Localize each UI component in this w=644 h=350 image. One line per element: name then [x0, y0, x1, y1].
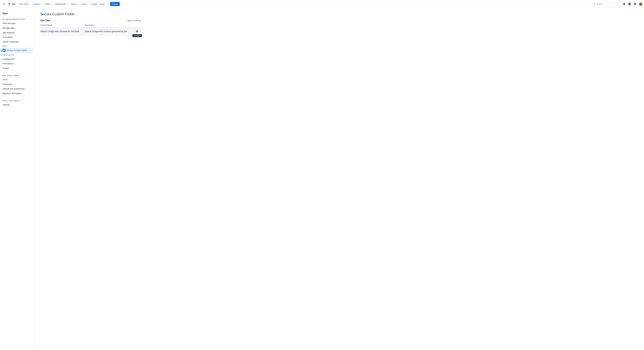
sidebar-item-promotions[interactable]: Promotions	[2, 35, 33, 39]
sidebar-item-settings[interactable]: Settings	[2, 102, 33, 107]
sidebar-title: Apps	[2, 11, 33, 17]
sidebar-group-label: Excel-like Tables	[2, 99, 33, 102]
sidebar-item-secure-custom-fields[interactable]: Secure Custom Fields	[2, 48, 33, 53]
sidebar-group-label: Apps	[2, 44, 33, 48]
svg-point-2	[4, 3, 5, 3]
cell-context-name: Default Configuration Scheme for Hire Da…	[40, 27, 85, 35]
configure-tooltip: Configure	[132, 34, 142, 37]
shield-icon	[2, 49, 6, 52]
sidebar-item-label: Issue	[2, 78, 7, 81]
sidebar-item-configuration[interactable]: Configuration	[2, 57, 33, 61]
nav-item-label: Dashboards	[55, 3, 66, 5]
sidebar-item-label: Configuration	[2, 58, 14, 60]
back-to-field-list-link[interactable]: back to field list	[127, 19, 141, 22]
svg-point-8	[4, 4, 5, 5]
chevron-down-icon	[28, 3, 30, 5]
search-input[interactable]	[596, 3, 620, 5]
nav-item-label: Filters	[45, 3, 50, 5]
sidebar-item-permission[interactable]: Permission	[2, 82, 33, 86]
user-avatar[interactable]	[639, 2, 642, 6]
sidebar-group-label: Atlassian Marketplace	[2, 17, 33, 21]
sidebar-divider	[2, 72, 32, 72]
nav-assets[interactable]: Assets	[90, 2, 98, 6]
sidebar-group-label: WBS Gantt-Chart	[2, 74, 33, 77]
table-row: Default Configuration Scheme for Hire Da…	[40, 27, 141, 35]
sidebar-item-label: App requests	[2, 31, 14, 34]
nav-item-label: Plans	[82, 3, 86, 5]
context-table: Context Name Description Default Configu…	[40, 23, 141, 35]
nav-apps[interactable]: Apps	[98, 2, 108, 6]
column-header-actions	[133, 23, 141, 27]
sidebar-item-label: Settings	[2, 104, 10, 106]
settings-button[interactable]	[633, 2, 637, 6]
sidebar-item-permissions[interactable]: Permissions	[2, 61, 33, 66]
svg-point-0	[3, 3, 4, 3]
nav-projects[interactable]: Projects	[32, 2, 44, 6]
notifications-button[interactable]	[622, 2, 626, 6]
nav-item-label: Assets	[91, 3, 97, 5]
sidebar-item-label: Secure Custom Fields	[7, 49, 27, 51]
nav-item-label: Projects	[33, 3, 40, 5]
sidebar-item-label: Manage apps	[2, 27, 15, 29]
jira-logo-icon	[8, 2, 11, 5]
chevron-down-icon	[87, 3, 88, 5]
sidebar-item-label: Permission	[2, 83, 12, 85]
column-header-context-name: Context Name	[40, 23, 85, 27]
bell-icon	[622, 2, 626, 5]
svg-point-7	[4, 4, 4, 5]
sidebar-item-label: Migration Information	[2, 92, 22, 95]
sidebar-item-find-new-apps[interactable]: Find new apps	[2, 21, 33, 26]
nav-item-label: Apps	[100, 3, 104, 5]
sidebar-item-app-requests[interactable]: App requests	[2, 30, 33, 35]
sidebar-item-issue[interactable]: Issue	[2, 77, 33, 82]
chevron-down-icon	[66, 3, 68, 5]
sidebar-item-migration-information[interactable]: Migration Information	[2, 91, 33, 96]
svg-point-1	[4, 3, 4, 3]
help-icon	[628, 2, 631, 5]
svg-point-3	[3, 4, 4, 4]
nav-your-work[interactable]: Your work	[18, 2, 32, 6]
column-header-description: Description	[85, 23, 133, 27]
sidebar-item-label: Default user preferences	[2, 88, 25, 90]
search-box[interactable]	[592, 2, 621, 6]
gear-icon	[634, 2, 637, 5]
sidebar-item-default-user-preferences[interactable]: Default user preferences	[2, 86, 33, 91]
sidebar-divider	[2, 97, 32, 97]
page-title: Secure Custom Fields	[40, 12, 638, 16]
top-navigation: Jira Your work Projects Filters Dashboar…	[0, 0, 644, 8]
primary-nav: Your work Projects Filters Dashboards Te…	[18, 2, 108, 6]
svg-point-5	[4, 4, 5, 4]
sidebar-item-label: Find new apps	[2, 22, 16, 24]
nav-filters[interactable]: Filters	[44, 2, 54, 6]
chevron-down-icon	[77, 3, 79, 5]
nav-dashboards[interactable]: Dashboards	[54, 2, 70, 6]
chevron-down-icon	[105, 3, 106, 5]
product-name: Jira	[12, 3, 15, 5]
nav-teams[interactable]: Teams	[70, 2, 80, 6]
sidebar-item-manage-apps[interactable]: Manage apps	[2, 26, 33, 30]
configure-button[interactable]: Configure	[135, 29, 140, 34]
jira-logo[interactable]: Jira	[7, 2, 16, 5]
app-switcher-icon	[2, 2, 6, 5]
sidebar-item-label: Promotions	[2, 36, 13, 38]
nav-item-label: Your work	[19, 3, 28, 5]
sidebar-item-label: OAuth credentials	[2, 41, 18, 43]
sidebar-group-label: Issue Editor	[2, 53, 33, 57]
svg-point-4	[4, 4, 4, 4]
sidebar-item-label: Permissions	[2, 62, 14, 65]
sidebar: Apps Atlassian Marketplace Find new apps…	[0, 8, 34, 350]
app-switcher-button[interactable]	[2, 2, 6, 6]
gear-icon	[136, 30, 138, 33]
help-button[interactable]	[627, 2, 632, 6]
create-button[interactable]: Create	[110, 2, 120, 6]
nav-item-label: Teams	[71, 3, 77, 5]
nav-plans[interactable]: Plans	[80, 2, 90, 6]
sidebar-item-label: Project	[2, 67, 9, 69]
field-name-heading: Hire Date	[40, 19, 50, 22]
svg-point-6	[3, 4, 4, 5]
sidebar-item-project[interactable]: Project	[2, 66, 33, 70]
sidebar-item-oauth-credentials[interactable]: OAuth credentials	[2, 39, 33, 44]
cell-description: Default configuration scheme generated b…	[85, 27, 133, 35]
chevron-down-icon	[40, 3, 42, 5]
chevron-down-icon	[51, 3, 52, 5]
